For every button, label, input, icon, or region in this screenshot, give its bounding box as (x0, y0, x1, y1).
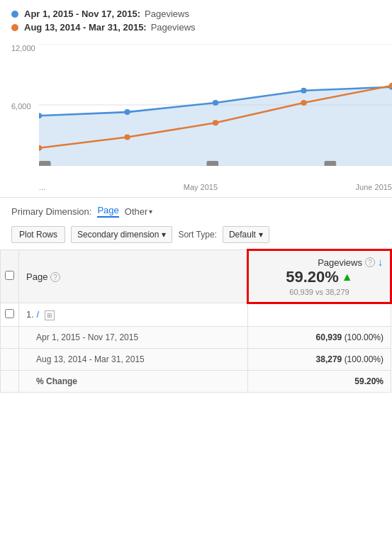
svg-rect-16 (325, 161, 337, 166)
legend-row-1: Apr 1, 2015 - Nov 17, 2015: Pageviews (11, 9, 381, 19)
row1-page-icon[interactable]: ⊞ (45, 310, 55, 320)
row1-checkbox[interactable] (5, 309, 14, 318)
svg-rect-14 (39, 161, 51, 166)
svg-marker-3 (39, 87, 392, 166)
secondary-dimension-dropdown[interactable]: Secondary dimension ▾ (71, 226, 172, 243)
up-trend-icon: ▲ (342, 271, 353, 284)
pageviews-header-wrap: Pageviews ? ↓ (256, 257, 383, 268)
page-header-label: Page (26, 271, 47, 282)
x-label-1: ... (39, 183, 45, 191)
sub-row-pct-change: % Change 59.20% (1, 370, 391, 392)
subrow3-value: 59.20% (247, 370, 391, 392)
other-label: Other (125, 206, 148, 217)
page-dimension-btn[interactable]: Page (97, 205, 118, 218)
row1-number: 1. (26, 309, 34, 320)
subrow1-pct: (100.00%) (345, 332, 383, 342)
subrow2-label: Aug 13, 2014 - Mar 31, 2015 (19, 348, 248, 370)
chart-svg (39, 44, 392, 166)
legend-type-1: Pageviews (145, 9, 189, 19)
other-dropdown-arrow-icon: ▾ (149, 208, 152, 215)
chart-area: 12,000 6,000 (0, 38, 392, 180)
legend-date-1: Apr 1, 2015 - Nov 17, 2015: (24, 9, 140, 19)
svg-point-10 (124, 134, 130, 140)
select-all-checkbox[interactable] (5, 271, 14, 280)
svg-point-5 (124, 109, 130, 115)
x-label-3: June 2015 (356, 183, 392, 191)
secondary-dimension-label: Secondary dimension (77, 230, 159, 240)
sort-type-label: Sort Type: (178, 230, 216, 240)
page-column-header: Page ? (19, 250, 248, 303)
subrow1-cb (1, 326, 19, 348)
pageviews-header-label: Pageviews (318, 257, 362, 268)
table-header-row: Page ? Pageviews ? ↓ 59.20% ▲ 60,939 vs … (1, 250, 391, 303)
percent-value: 59.20% (286, 268, 339, 286)
svg-point-7 (301, 88, 306, 94)
page-info-icon[interactable]: ? (50, 272, 60, 282)
sort-down-arrow-icon: ↓ (378, 257, 383, 268)
svg-point-12 (301, 100, 306, 106)
subrow2-cb (1, 348, 19, 370)
secondary-dropdown-arrow-icon: ▾ (162, 230, 166, 240)
pageviews-info-icon[interactable]: ? (365, 257, 375, 267)
row1-value-cell (247, 303, 391, 327)
blue-dot-icon (11, 11, 18, 18)
subrow2-pct: (100.00%) (345, 354, 383, 364)
pageviews-column-header: Pageviews ? ↓ 59.20% ▲ 60,939 vs 38,279 (247, 250, 391, 303)
subrow2-main-value: 38,279 (316, 354, 342, 364)
pageviews-percent: 59.20% ▲ (256, 268, 383, 286)
other-dimension-btn[interactable]: Other ▾ (125, 206, 153, 217)
table-row: 1. / ⊞ (1, 303, 391, 327)
data-table: Page ? Pageviews ? ↓ 59.20% ▲ 60,939 vs … (0, 249, 392, 393)
legend-type-2: Pageviews (151, 22, 196, 33)
sort-type-dropdown[interactable]: Default ▾ (223, 226, 269, 243)
svg-point-6 (213, 100, 218, 106)
legend-date-2: Aug 13, 2014 - Mar 31, 2015: (24, 22, 147, 33)
subrow1-main-value: 60,939 (316, 332, 342, 342)
subrow2-value: 38,279 (100.00%) (247, 348, 391, 370)
toolbar: Plot Rows Secondary dimension ▾ Sort Typ… (0, 223, 392, 249)
svg-point-11 (213, 120, 218, 125)
x-label-2: May 2015 (184, 183, 218, 191)
row1-page-link[interactable]: / (36, 309, 39, 320)
sort-type-arrow-icon: ▾ (259, 230, 263, 240)
row1-page-cell: 1. / ⊞ (19, 303, 248, 327)
orange-dot-icon (11, 24, 18, 31)
comparison-stat: 60,939 vs 38,279 (256, 288, 383, 296)
row1-checkbox-cell (1, 303, 19, 327)
header-checkbox-cell (1, 250, 19, 303)
svg-rect-15 (207, 161, 219, 166)
primary-dimension-bar: Primary Dimension: Page Other ▾ (0, 198, 392, 223)
y-label-mid: 6,000 (11, 102, 31, 111)
subrow3-cb (1, 370, 19, 392)
sub-row-aug: Aug 13, 2014 - Mar 31, 2015 38,279 (100.… (1, 348, 391, 370)
plot-rows-button[interactable]: Plot Rows (11, 226, 65, 243)
legend: Apr 1, 2015 - Nov 17, 2015: Pageviews Au… (0, 0, 392, 38)
subrow1-value: 60,939 (100.00%) (247, 326, 391, 348)
legend-row-2: Aug 13, 2014 - Mar 31, 2015: Pageviews (11, 22, 381, 33)
primary-dimension-label: Primary Dimension: (11, 206, 91, 217)
subrow1-label: Apr 1, 2015 - Nov 17, 2015 (19, 326, 248, 348)
chart-x-labels: ... May 2015 June 2015 (0, 180, 392, 191)
sub-row-apr: Apr 1, 2015 - Nov 17, 2015 60,939 (100.0… (1, 326, 391, 348)
subrow3-label: % Change (19, 370, 248, 392)
sort-type-value: Default (229, 230, 256, 240)
y-label-top: 12,000 (11, 44, 35, 52)
